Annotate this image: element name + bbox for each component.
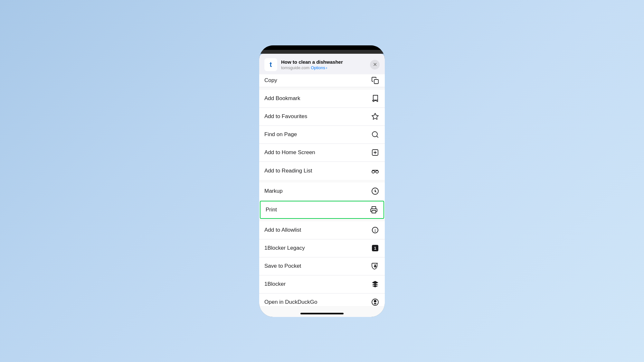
top-bar (259, 50, 385, 54)
menu-section-extensions: Add to Allowlist 1Blocker Legacy (259, 221, 385, 306)
site-url-row: tomsguide.com Options › (281, 65, 366, 70)
menu-item-open-duckduckgo[interactable]: Open in DuckDuckGo (259, 293, 385, 306)
pocket-icon (371, 262, 380, 271)
svg-rect-0 (374, 79, 378, 84)
print-icon (369, 205, 378, 214)
save-pocket-label: Save to Pocket (264, 263, 301, 269)
sheet-container: t How to clean a dishwasher tomsguide.co… (259, 50, 385, 317)
menu-item-find-on-page[interactable]: Find on Page (259, 126, 385, 144)
menu-section-tools: Markup Print (259, 182, 385, 219)
site-info: How to clean a dishwasher tomsguide.com … (281, 59, 366, 70)
star-icon (371, 112, 380, 121)
svg-line-3 (377, 136, 378, 137)
menu-item-print[interactable]: Print (260, 201, 384, 219)
bottom-bar (259, 306, 385, 317)
status-bar (259, 45, 385, 50)
add-allowlist-label: Add to Allowlist (264, 227, 301, 233)
menu-item-add-favourites[interactable]: Add to Favourites (259, 108, 385, 126)
1blocker-legacy-label: 1Blocker Legacy (264, 245, 305, 251)
search-icon (371, 130, 380, 139)
menu-item-add-home-screen[interactable]: Add to Home Screen (259, 144, 385, 162)
add-bookmark-label: Add Bookmark (264, 95, 300, 102)
options-link[interactable]: Options › (311, 65, 327, 70)
add-square-icon (371, 148, 380, 157)
menu-section-bookmarks: Add Bookmark Add to Favourites (259, 90, 385, 180)
duckduckgo-icon (371, 298, 380, 306)
abp-icon (371, 226, 380, 235)
site-title: How to clean a dishwasher (281, 59, 366, 65)
svg-marker-1 (372, 113, 378, 119)
menu-section-copy: Copy (259, 74, 385, 87)
svg-text:1: 1 (374, 246, 376, 251)
bookmark-icon (371, 94, 380, 103)
copy-icon (371, 76, 380, 85)
menu-list: Copy Add Bookmark (259, 74, 385, 306)
menu-item-markup[interactable]: Markup (259, 182, 385, 200)
menu-item-add-reading-list[interactable]: Add to Reading List (259, 162, 385, 180)
svg-point-16 (374, 300, 376, 302)
markup-icon (371, 187, 380, 196)
1blocker-label: 1Blocker (264, 281, 286, 287)
menu-item-add-bookmark[interactable]: Add Bookmark (259, 90, 385, 108)
close-button[interactable]: ✕ (370, 60, 380, 70)
open-duckduckgo-label: Open in DuckDuckGo (264, 299, 317, 305)
svg-rect-12 (372, 210, 376, 213)
home-indicator (300, 313, 344, 314)
add-reading-list-label: Add to Reading List (264, 168, 312, 174)
print-label: Print (266, 207, 277, 213)
site-url: tomsguide.com (281, 65, 309, 70)
1blocker-icon (371, 280, 380, 289)
sheet-header: t How to clean a dishwasher tomsguide.co… (259, 54, 385, 74)
menu-item-save-pocket[interactable]: Save to Pocket (259, 257, 385, 275)
1blocker-legacy-icon: 1 (371, 244, 380, 253)
find-on-page-label: Find on Page (264, 131, 297, 138)
menu-item-1blocker-legacy[interactable]: 1Blocker Legacy 1 (259, 239, 385, 257)
copy-label: Copy (264, 77, 277, 84)
phone-frame: t How to clean a dishwasher tomsguide.co… (259, 45, 385, 317)
glasses-icon (371, 166, 380, 175)
menu-item-copy[interactable]: Copy (259, 74, 385, 87)
add-favourites-label: Add to Favourites (264, 113, 307, 120)
add-home-screen-label: Add to Home Screen (264, 149, 315, 156)
screen-content: t How to clean a dishwasher tomsguide.co… (259, 50, 385, 317)
markup-label: Markup (264, 188, 283, 194)
menu-item-1blocker[interactable]: 1Blocker (259, 275, 385, 293)
menu-item-add-allowlist[interactable]: Add to Allowlist (259, 221, 385, 239)
svg-point-11 (375, 191, 375, 191)
site-icon: t (264, 58, 277, 71)
